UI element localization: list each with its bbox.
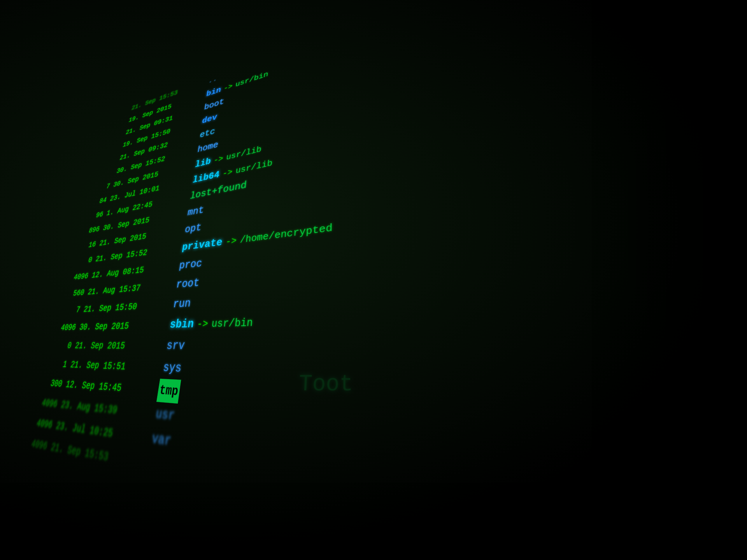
terminal-screen: 21. Sep 15:53 .. 19. Sep 2015 bin -> usr…: [0, 0, 747, 560]
toot-label: Toot: [298, 371, 353, 397]
terminal-output: 21. Sep 15:53 .. 19. Sep 2015 bin -> usr…: [0, 0, 747, 560]
